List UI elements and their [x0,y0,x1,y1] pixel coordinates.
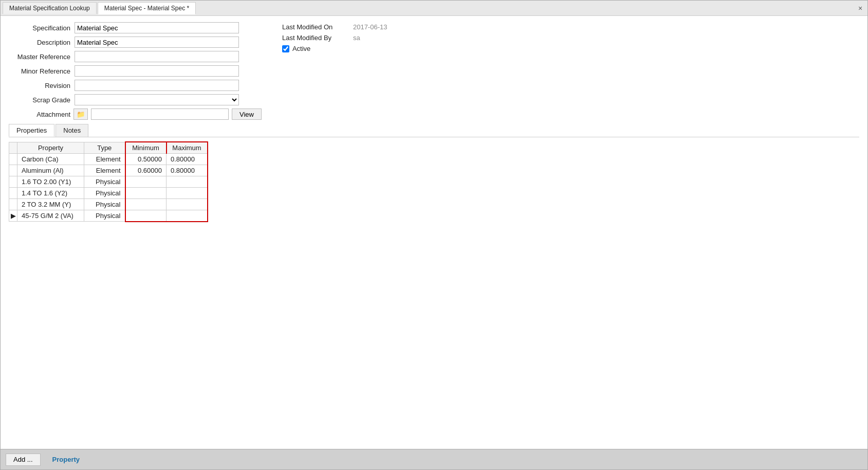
last-modified-by-row: Last Modified By sa [282,34,387,42]
minor-reference-label: Minor Reference [9,67,70,75]
bottom-bar: Add ... Property [1,449,867,469]
scrap-grade-label: Scrap Grade [9,96,70,104]
attachment-label: Attachment [9,111,70,118]
folder-icon: 📁 [77,111,85,118]
row-arrow [9,188,17,199]
description-input[interactable] [75,37,239,48]
row-arrow [9,165,17,176]
folder-button[interactable]: 📁 [73,109,88,120]
table-row[interactable]: 1.4 TO 1.6 (Y2) Physical [9,188,208,199]
tab-properties[interactable]: Properties [9,124,54,137]
col-header-minimum: Minimum [125,142,167,154]
form-left: Specification Description Master Referen… [9,22,262,120]
revision-row: Revision [9,80,262,91]
last-modified-by-label: Last Modified By [282,34,349,42]
row-maximum: 0.80000 [167,154,208,165]
scrap-grade-row: Scrap Grade [9,94,262,105]
specification-label: Specification [9,24,70,32]
minor-reference-input[interactable] [75,65,239,77]
active-checkbox[interactable] [282,45,289,52]
row-arrow: ▶ [9,210,17,222]
form-area: Specification Description Master Referen… [9,22,859,120]
active-label: Active [292,45,310,52]
row-property: 1.4 TO 1.6 (Y2) [17,188,84,199]
row-type: Element [84,154,125,165]
col-header-property: Property [17,142,84,154]
revision-label: Revision [9,82,70,89]
close-button[interactable]: × [855,3,865,13]
row-minimum [125,210,167,222]
tab-lookup[interactable]: Material Specification Lookup [3,2,97,14]
master-reference-row: Master Reference [9,51,262,62]
row-maximum [167,210,208,222]
property-button[interactable]: Property [45,454,87,466]
panel-content: Property Type Minimum Maximum Carbon (Ca… [9,137,859,228]
table-row[interactable]: ▶ 45-75 G/M 2 (VA) Physical [9,210,208,222]
specification-input[interactable] [75,22,239,33]
row-type: Physical [84,210,125,222]
row-maximum [167,176,208,188]
attachment-input[interactable] [91,109,229,120]
row-minimum [125,188,167,199]
row-maximum [167,199,208,210]
col-header-type: Type [84,142,125,154]
row-maximum: 0.80000 [167,165,208,176]
row-type: Element [84,165,125,176]
col-header-arrow [9,142,17,154]
revision-input[interactable] [75,80,239,91]
specification-row: Specification [9,22,262,33]
table-row[interactable]: 1.6 TO 2.00 (Y1) Physical [9,176,208,188]
row-arrow [9,176,17,188]
description-label: Description [9,39,70,46]
master-reference-label: Master Reference [9,53,70,61]
col-header-maximum: Maximum [167,142,208,154]
row-arrow [9,154,17,165]
main-window: Material Specification Lookup Material S… [0,0,868,470]
row-arrow [9,199,17,210]
main-content: Specification Description Master Referen… [1,16,867,449]
form-right: Last Modified On 2017-06-13 Last Modifie… [282,23,387,120]
table-row[interactable]: 2 TO 3.2 MM (Y) Physical [9,199,208,210]
row-type: Physical [84,188,125,199]
panel-tabs: Properties Notes [9,124,859,137]
row-minimum: 0.50000 [125,154,167,165]
last-modified-on-label: Last Modified On [282,23,349,31]
active-row: Active [282,45,387,52]
row-property: 45-75 G/M 2 (VA) [17,210,84,222]
row-minimum [125,176,167,188]
add-button[interactable]: Add ... [6,454,41,466]
last-modified-by-value: sa [353,34,360,42]
tab-spec[interactable]: Material Spec - Material Spec * [98,2,196,14]
description-row: Description [9,37,262,48]
attachment-row: Attachment 📁 View [9,109,262,120]
title-bar: Material Specification Lookup Material S… [1,1,867,16]
master-reference-input[interactable] [75,51,239,62]
table-outer: Property Type Minimum Maximum Carbon (Ca… [9,141,208,222]
row-property: Aluminum (Al) [17,165,84,176]
row-maximum [167,188,208,199]
properties-table: Property Type Minimum Maximum Carbon (Ca… [9,141,208,222]
row-property: 2 TO 3.2 MM (Y) [17,199,84,210]
row-type: Physical [84,199,125,210]
minor-reference-row: Minor Reference [9,65,262,77]
row-type: Physical [84,176,125,188]
table-row[interactable]: Carbon (Ca) Element 0.50000 0.80000 [9,154,208,165]
last-modified-on-row: Last Modified On 2017-06-13 [282,23,387,31]
table-row[interactable]: Aluminum (Al) Element 0.60000 0.80000 [9,165,208,176]
row-minimum: 0.60000 [125,165,167,176]
tab-notes[interactable]: Notes [56,124,88,137]
scrap-grade-select[interactable] [75,94,239,105]
row-minimum [125,199,167,210]
view-button[interactable]: View [232,109,262,120]
row-property: Carbon (Ca) [17,154,84,165]
row-property: 1.6 TO 2.00 (Y1) [17,176,84,188]
last-modified-on-value: 2017-06-13 [353,23,387,31]
